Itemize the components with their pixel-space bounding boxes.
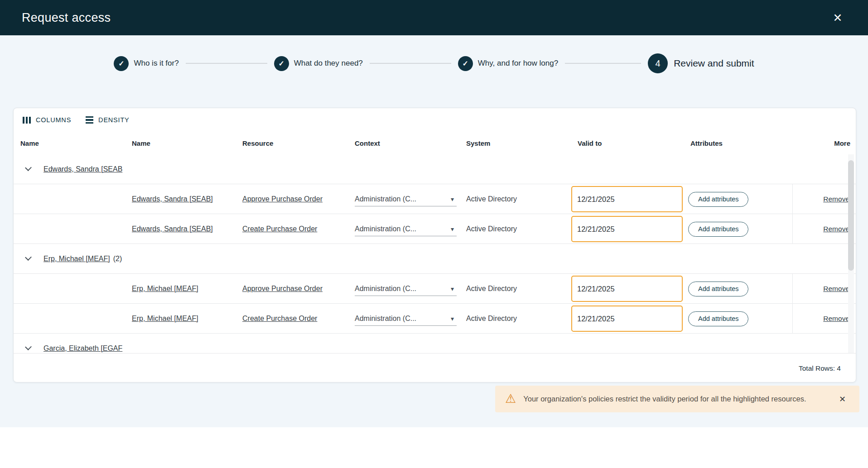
columns-button[interactable]: COLUMNS — [18, 114, 76, 126]
row-name-link[interactable]: Erp, Michael [MEAF] — [132, 315, 198, 322]
chevron-down-icon[interactable] — [25, 254, 32, 261]
scrollbar-thumb[interactable] — [848, 160, 854, 271]
density-icon — [86, 116, 93, 124]
add-attributes-button[interactable]: Add attributes — [688, 222, 748, 237]
step-label: What do they need? — [294, 59, 363, 68]
dropdown-arrow-icon: ▾ — [451, 285, 454, 292]
step-review-and-submit[interactable]: 4 Review and submit — [648, 53, 754, 73]
check-icon: ✓ — [274, 56, 289, 71]
dropdown-arrow-icon: ▾ — [451, 196, 454, 203]
context-select[interactable]: Administration (C... ▾ — [355, 311, 457, 326]
context-select[interactable]: Administration (C... ▾ — [355, 192, 457, 206]
column-header-valid-to: Valid to — [578, 139, 688, 147]
row-name-link[interactable]: Edwards, Sandra [SEAB] — [132, 195, 213, 203]
row-resource-link[interactable]: Create Purchase Order — [242, 315, 317, 322]
stepper-connector — [370, 63, 451, 64]
step-why-how-long[interactable]: ✓ Why, and for how long? — [458, 56, 558, 71]
remove-link[interactable]: Remove — [823, 195, 849, 203]
columns-button-label: COLUMNS — [36, 116, 71, 124]
column-header-resource: Resource — [242, 139, 355, 147]
table-row: Edwards, Sandra [SEAB] Approve Purchase … — [14, 184, 856, 214]
system-value: Active Directory — [466, 285, 578, 293]
banner-close-icon[interactable]: ✕ — [837, 392, 848, 406]
context-value: Administration (C... — [355, 195, 416, 203]
table-group-row: Edwards, Sandra [SEAB — [14, 154, 856, 184]
density-button[interactable]: DENSITY — [81, 114, 134, 127]
action-bar: BACK SUBMIT AND START NEW SUBMIT AND CLO… — [0, 427, 868, 468]
review-table-panel: COLUMNS DENSITY Name Name Resource Conte… — [13, 108, 856, 382]
valid-to-input[interactable] — [571, 186, 683, 212]
table-group-row: Erp, Michael [MEAF] (2) — [14, 244, 856, 274]
step-what-do-they-need[interactable]: ✓ What do they need? — [274, 56, 363, 71]
group-count: (2) — [113, 255, 122, 263]
table-group-row: Garcia, Elizabeth [EGAF — [14, 334, 856, 353]
warning-icon: ⚠ — [505, 393, 516, 405]
table-header-row: Name Name Resource Context System Valid … — [14, 132, 856, 154]
remove-link[interactable]: Remove — [823, 225, 849, 233]
wizard-stepper: ✓ Who is it for? ✓ What do they need? ✓ … — [0, 52, 868, 75]
step-label: Why, and for how long? — [478, 59, 558, 68]
remove-link[interactable]: Remove — [823, 285, 849, 293]
column-header-name-group: Name — [20, 139, 132, 147]
context-select[interactable]: Administration (C... ▾ — [355, 282, 457, 296]
column-header-attributes: Attributes — [688, 139, 792, 147]
table-toolbar: COLUMNS DENSITY — [14, 108, 856, 132]
system-value: Active Directory — [466, 315, 578, 323]
add-attributes-button[interactable]: Add attributes — [688, 192, 748, 207]
request-access-modal: Request access ✕ ✓ Who is it for? ✓ What… — [0, 0, 868, 468]
close-icon[interactable]: ✕ — [830, 10, 845, 25]
step-label: Who is it for? — [134, 59, 178, 68]
column-header-name: Name — [132, 139, 242, 147]
total-rows-label: Total Rows: 4 — [799, 364, 841, 372]
column-header-more: More — [834, 139, 856, 147]
context-select[interactable]: Administration (C... ▾ — [355, 222, 457, 236]
group-name-link[interactable]: Erp, Michael [MEAF] — [43, 255, 110, 263]
column-header-context: Context — [355, 139, 466, 147]
table-row: Edwards, Sandra [SEAB] Create Purchase O… — [14, 214, 856, 244]
vertical-scrollbar[interactable] — [848, 154, 854, 353]
warning-text: Your organization's policies restrict th… — [523, 395, 806, 403]
table-body[interactable]: Edwards, Sandra [SEAB Edwards, Sandra [S… — [14, 154, 856, 353]
policy-warning-banner: ⚠ Your organization's policies restrict … — [495, 386, 859, 412]
dropdown-arrow-icon: ▾ — [451, 315, 454, 322]
columns-icon — [23, 117, 31, 124]
remove-link[interactable]: Remove — [823, 315, 849, 323]
table-row: Erp, Michael [MEAF] Approve Purchase Ord… — [14, 274, 856, 304]
add-attributes-button[interactable]: Add attributes — [688, 282, 748, 296]
table-row: Erp, Michael [MEAF] Create Purchase Orde… — [14, 304, 856, 334]
column-header-system: System — [466, 139, 578, 147]
context-value: Administration (C... — [355, 315, 416, 323]
check-icon: ✓ — [458, 56, 473, 71]
stepper-connector — [565, 63, 641, 64]
row-name-link[interactable]: Erp, Michael [MEAF] — [132, 285, 198, 292]
step-label: Review and submit — [674, 58, 754, 69]
group-name-link[interactable]: Garcia, Elizabeth [EGAF — [43, 344, 122, 353]
chevron-down-icon[interactable] — [25, 164, 32, 171]
check-icon: ✓ — [114, 56, 129, 71]
density-button-label: DENSITY — [98, 116, 129, 124]
group-name-link[interactable]: Edwards, Sandra [SEAB — [43, 165, 122, 173]
context-value: Administration (C... — [355, 225, 416, 233]
valid-to-input[interactable] — [571, 306, 683, 332]
add-attributes-button[interactable]: Add attributes — [688, 311, 748, 326]
chevron-down-icon[interactable] — [25, 344, 32, 350]
table-footer: Total Rows: 4 — [14, 353, 856, 383]
step-who-is-it-for[interactable]: ✓ Who is it for? — [114, 56, 178, 71]
dropdown-arrow-icon: ▾ — [451, 225, 454, 233]
row-resource-link[interactable]: Approve Purchase Order — [242, 285, 323, 292]
system-value: Active Directory — [466, 225, 578, 233]
valid-to-input[interactable] — [571, 276, 683, 302]
valid-to-input[interactable] — [571, 216, 683, 242]
stepper-connector — [186, 63, 267, 64]
row-resource-link[interactable]: Create Purchase Order — [242, 225, 317, 233]
context-value: Administration (C... — [355, 285, 416, 293]
row-resource-link[interactable]: Approve Purchase Order — [242, 195, 323, 203]
step-number: 4 — [648, 53, 668, 73]
system-value: Active Directory — [466, 195, 578, 203]
row-name-link[interactable]: Edwards, Sandra [SEAB] — [132, 225, 213, 233]
page-title: Request access — [22, 11, 111, 25]
modal-header: Request access ✕ — [0, 0, 868, 35]
